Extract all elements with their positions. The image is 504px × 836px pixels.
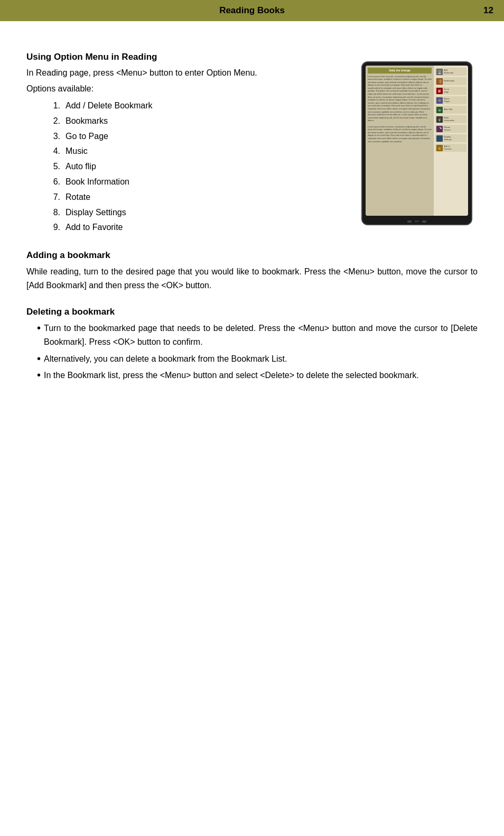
autoflip-label: Auto Flip xyxy=(444,108,452,111)
favorite-icon xyxy=(436,145,443,151)
goto-icon: P xyxy=(436,88,443,94)
bullet-dot: • xyxy=(37,369,41,382)
menu-item-rotate: RotateScreen xyxy=(435,125,466,133)
favorite-label: Add toFavorite xyxy=(444,145,451,151)
section2-title: Adding a bookmark xyxy=(26,250,478,261)
list-label: Rotate xyxy=(66,190,90,205)
list-num: 6. xyxy=(48,174,60,190)
device-bottom-bar: 00:00 xyxy=(362,219,471,224)
list-label: Add to Favorite xyxy=(66,220,123,235)
intro-paragraph: In Reading page, press <Menu> button to … xyxy=(26,67,351,79)
content-area: Using Option Menu in Reading In Reading … xyxy=(0,21,504,401)
list-label: Book Information xyxy=(66,174,129,190)
display-label: DisplaySettings xyxy=(444,136,451,141)
section-adding-bookmark: Adding a bookmark While reading, turn to… xyxy=(26,250,478,292)
intro-text-block: In Reading page, press <Menu> button to … xyxy=(26,67,351,235)
bullet-text: Alternatively, you can delete a bookmark… xyxy=(44,352,287,366)
list-item: 4. Music xyxy=(26,144,351,159)
rotate-label: RotateScreen xyxy=(444,126,451,132)
device-left-panel: Daily the strange Lorem ipsum dolor sit … xyxy=(366,66,434,216)
bookmarks-icon xyxy=(436,78,443,85)
list-num: 9. xyxy=(48,220,60,235)
svg-marker-15 xyxy=(437,146,442,150)
svg-rect-2 xyxy=(437,79,440,84)
device-screen: Daily the strange Lorem ipsum dolor sit … xyxy=(366,66,468,216)
svg-rect-13 xyxy=(437,136,442,140)
list-item: 1. Add / Delete Bookmark xyxy=(26,98,351,114)
device-mockup: Daily the strange Lorem ipsum dolor sit … xyxy=(361,61,472,225)
list-label: Go to Page xyxy=(66,129,108,144)
list-item: 3. Go to Page xyxy=(26,129,351,144)
options-list: 1. Add / Delete Bookmark 2. Bookmarks 3.… xyxy=(26,98,351,235)
list-label: Bookmarks xyxy=(66,114,108,129)
list-num: 3. xyxy=(48,129,60,144)
menu-item-favorite: Add toFavorite xyxy=(435,144,466,152)
svg-text:↻: ↻ xyxy=(438,109,441,112)
section-deleting-bookmark: Deleting a bookmark • Turn to the bookma… xyxy=(26,307,478,382)
music-label: MusicPlayer xyxy=(444,98,450,103)
menu-item-goto: P Go topage xyxy=(435,87,466,95)
page: Reading Books 12 Using Option Menu in Re… xyxy=(0,0,504,836)
section-option-menu: Using Option Menu in Reading In Reading … xyxy=(26,52,478,235)
list-item: 9. Add to Favorite xyxy=(26,220,351,235)
menu-item-bookmarks: Bookmarks xyxy=(435,77,466,85)
svg-point-7 xyxy=(439,100,440,101)
section1-title: Using Option Menu in Reading xyxy=(26,52,478,62)
deleting-bullet-list: • Turn to the bookmarked page that needs… xyxy=(26,321,478,382)
add-bookmark-label: AddBookmark xyxy=(444,69,453,75)
list-num: 7. xyxy=(48,190,60,205)
device-text-content: Lorem ipsum dolor sit amet, consectetur … xyxy=(368,75,432,143)
list-label: Add / Delete Bookmark xyxy=(66,98,153,114)
list-item: • Alternatively, you can delete a bookma… xyxy=(26,352,478,366)
info-icon: i xyxy=(436,116,443,123)
list-label: Auto flip xyxy=(66,159,96,174)
menu-item-music: MusicPlayer xyxy=(435,96,466,104)
autoflip-icon: ↻ xyxy=(436,107,443,113)
device-back-btn xyxy=(407,221,412,223)
device-mockup-container: Daily the strange Lorem ipsum dolor sit … xyxy=(361,61,478,225)
menu-item-info: i BookInformation xyxy=(435,115,466,123)
list-num: 5. xyxy=(48,159,60,174)
device-btn2 xyxy=(422,221,426,223)
page-number: 12 xyxy=(483,5,493,16)
list-label: Music xyxy=(66,144,88,159)
list-num: 4. xyxy=(48,144,60,159)
list-item: 5. Auto flip xyxy=(26,159,351,174)
list-item: • Turn to the bookmarked page that needs… xyxy=(26,321,478,348)
device-status: 00:00 xyxy=(415,221,419,223)
music-icon xyxy=(436,97,443,104)
list-item: • In the Bookmark list, press the <Menu>… xyxy=(26,369,478,382)
list-item: 8. Display Settings xyxy=(26,205,351,221)
list-num: 2. xyxy=(48,114,60,129)
device-top-bar: Daily the strange xyxy=(368,68,432,74)
bullet-text: Turn to the bookmarked page that needs t… xyxy=(44,321,478,348)
bullet-dot: • xyxy=(37,352,41,366)
section2-body: While reading, turn to the desired page … xyxy=(26,265,478,292)
header-bar: Reading Books 12 xyxy=(0,0,504,21)
rotate-icon xyxy=(436,126,443,132)
list-num: 1. xyxy=(48,98,60,114)
device-right-panel: AddBookmark Bookmarks xyxy=(434,66,468,216)
intro-row: In Reading page, press <Menu> button to … xyxy=(26,67,478,235)
section3-title: Deleting a bookmark xyxy=(26,307,478,317)
list-item: 7. Rotate xyxy=(26,190,351,205)
header-title: Reading Books xyxy=(219,5,285,16)
goto-label: Go topage xyxy=(444,88,449,94)
menu-item-autoflip: ↻ Auto Flip xyxy=(435,106,466,114)
svg-rect-3 xyxy=(440,79,442,84)
bullet-text: In the Bookmark list, press the <Menu> b… xyxy=(44,369,419,382)
svg-rect-14 xyxy=(439,140,440,141)
add-bookmark-icon xyxy=(436,69,443,75)
bullet-dot: • xyxy=(37,321,41,348)
options-label: Options available: xyxy=(26,82,351,95)
bookmarks-label: Bookmarks xyxy=(444,80,454,82)
list-num: 8. xyxy=(48,205,60,221)
menu-item-add-bookmark: AddBookmark xyxy=(435,68,466,76)
list-item: 2. Bookmarks xyxy=(26,114,351,129)
list-label: Display Settings xyxy=(66,205,126,221)
menu-item-display: DisplaySettings xyxy=(435,134,466,142)
list-item: 6. Book Information xyxy=(26,174,351,190)
info-label: BookInformation xyxy=(444,117,454,122)
display-icon xyxy=(436,135,443,142)
